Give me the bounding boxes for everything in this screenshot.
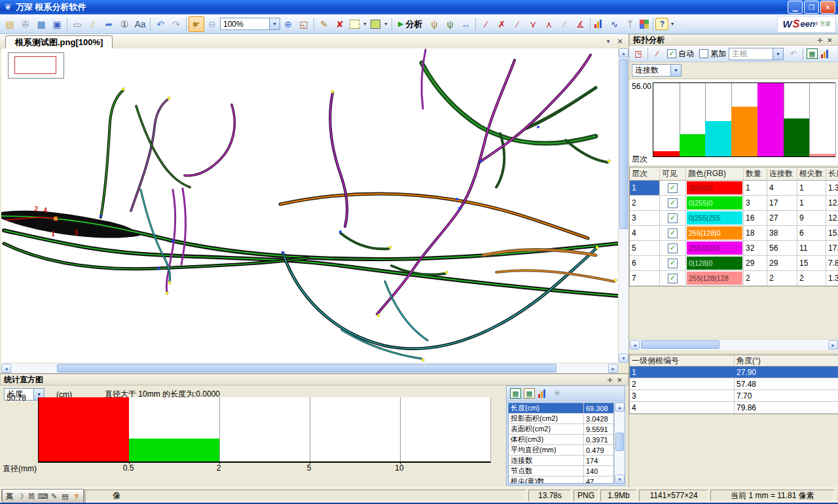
table-row[interactable]: 3✓0|255|2551627912. [630,211,838,226]
fill-color-icon[interactable] [371,20,380,29]
scroll-up-icon[interactable]: ▲ [615,403,625,412]
table-row[interactable]: 1✓255|0|01411.3 [630,181,838,196]
close-button[interactable]: ✕ [820,1,835,14]
table-row[interactable]: 4✓255|128|01838615. [630,226,838,241]
line-split-icon[interactable]: ∕ [509,16,525,32]
line-join-icon[interactable]: ⋎ [525,16,541,32]
checkbox-icon[interactable]: ✓ [668,274,678,283]
redo-icon[interactable]: ↷ [168,16,184,32]
stats-row[interactable]: 节点数140 [509,466,613,477]
line-delete-icon[interactable]: ✗ [494,16,509,32]
canvas-vertical-scrollbar[interactable]: ▲ ▼ [618,48,628,363]
angle-measure-icon[interactable]: ∡ [572,16,588,32]
scroll-down-icon[interactable]: ▼ [619,353,628,363]
zoom-in-icon[interactable]: ⊕ [280,16,296,32]
marquee-dropdown-arrow[interactable]: ▾ [361,17,369,31]
checkbox-icon[interactable]: ✓ [668,259,678,268]
restore-button[interactable]: ❐ [804,1,819,14]
ime-item-icon[interactable]: ⌨ [37,492,48,501]
topology-table[interactable]: 层次可见颜色(RGB)数量连接数根尖数长度1✓255|0|01411.32✓0|… [629,167,838,287]
topology-scroll-thumb[interactable] [641,340,720,349]
export-excel-icon[interactable]: ▦ [807,48,818,59]
export-excel-icon[interactable]: ▦ [510,388,521,399]
analyze-button[interactable]: ▶分析 [394,17,426,31]
topology-metric-combo[interactable]: 连接数▼ [632,64,682,77]
acquire-image-icon[interactable]: ✇ [18,16,33,32]
ruler-icon[interactable]: ∕ [85,16,101,32]
topology-horizontal-scrollbar[interactable]: ◄ ► [630,339,838,350]
table-row[interactable]: 5✓255|0|25532561117. [630,241,838,256]
ime-item-icon[interactable]: ▤ [60,492,71,501]
tab-close-icon[interactable]: ✕ [615,37,625,46]
tab-menu-icon[interactable]: ▾ [604,37,613,46]
color-blocks-icon[interactable] [640,20,649,29]
ime-toolbar[interactable]: 英☽简⌨✎▤? [2,489,84,504]
scroll-up-icon[interactable]: ▲ [619,48,628,58]
auto-checkbox[interactable]: ✓自动 [667,48,694,60]
fit-image-icon[interactable]: ◱ [296,16,312,32]
lateral-root-row[interactable]: 479.86 [630,402,838,414]
lateral-root-table[interactable]: 127.90257.4837.70479.86 [629,367,838,414]
checkbox-icon[interactable]: ✓ [668,213,678,223]
delete-region-icon[interactable]: ✘ [332,16,348,32]
scroll-right-icon[interactable]: ► [828,340,838,350]
export-page-icon[interactable]: ➦ [101,16,117,32]
stats-table[interactable]: 长度(cm)69.308投影面积(cm2)3.0428表面积(cm2)9.559… [508,403,614,484]
lateral-root-row[interactable]: 257.48 [630,378,838,390]
help-dropdown-arrow[interactable]: ▾ [668,17,676,31]
ime-item-icon[interactable]: ☽ [15,492,26,501]
save-icon[interactable]: ▣ [49,16,65,32]
stats-scroll-thumb[interactable] [615,433,624,451]
pin-icon[interactable]: ✛ [815,35,825,45]
scroll-left-icon[interactable]: ◄ [630,340,640,350]
curve-chart-icon[interactable]: ∿ [606,16,622,32]
minimize-button[interactable]: ▁ [788,1,803,14]
canvas-horizontal-scrollbar[interactable]: ◄ ► [1,363,618,374]
chart-icon[interactable] [821,50,831,58]
import-image-icon[interactable]: ▦ [33,16,49,32]
stats-row[interactable]: 体积(cm3)0.3971 [509,435,613,445]
lateral-root-row[interactable]: 127.90 [630,367,838,378]
undo-icon[interactable]: ↶ [153,16,168,32]
stats-row[interactable]: 根尖(黄)数47 [509,477,613,484]
document-tab[interactable]: 根系测试图.png[100%] [5,35,113,49]
scroll-left-icon[interactable]: ◄ [1,364,11,373]
topology-tree-icon[interactable]: ᛉ [622,16,638,32]
page-number-icon[interactable]: ① [117,16,132,32]
close-panel-icon[interactable]: ✕ [825,35,835,45]
bar-chart-icon[interactable] [594,20,604,28]
line-tool-icon[interactable]: ∕ [650,46,665,61]
marquee-select-icon[interactable] [350,20,359,29]
lateral-root-row[interactable]: 37.70 [630,390,838,402]
table-row[interactable]: 6✓0|128|02929157.8 [630,256,838,271]
ime-item-icon[interactable]: 简 [26,492,37,501]
checkbox-icon[interactable]: ✓ [668,183,678,193]
checkbox-icon[interactable]: ✓ [668,243,678,253]
edit-excel-icon[interactable]: ▦ [524,388,535,399]
zoom-level-combo[interactable]: 100%▼ [220,18,280,30]
scroll-down-icon[interactable]: ▼ [615,475,625,484]
node-tool-icon[interactable]: ◳ [631,46,646,61]
ime-item-icon[interactable]: 英 [4,492,15,501]
stats-row[interactable]: 连接数174 [509,456,613,466]
stats-scrollbar[interactable]: ▲ ▼ [614,403,625,484]
zoom-out-icon[interactable]: ⊖ [204,16,220,32]
root-unmark-icon[interactable]: ψ [442,16,458,32]
resize-width-icon[interactable]: ↔ [458,16,473,32]
print-icon[interactable]: ▭ [69,16,85,32]
image-canvas[interactable]: 2413 [1,48,618,363]
undo-icon[interactable]: ↶ [786,46,801,61]
root-type-combo[interactable]: 主根▼ [729,48,784,60]
scroll-right-icon[interactable]: ► [608,364,618,373]
font-icon[interactable]: Aa [132,16,148,32]
horizontal-scroll-thumb[interactable] [57,364,556,372]
line-thin-icon[interactable]: ∕ [556,16,572,32]
accumulate-checkbox[interactable]: 累加 [699,48,726,60]
table-row[interactable]: 2✓0|255|0317112. [630,196,838,211]
vertical-scroll-thumb[interactable] [619,59,628,229]
chart-icon[interactable] [538,389,548,398]
stats-row[interactable]: 投影面积(cm2)3.0428 [509,414,613,424]
ime-item-icon[interactable]: ? [71,493,82,501]
root-mark-icon[interactable]: ψ [426,16,442,32]
line-branch-icon[interactable]: ⋏ [541,16,556,32]
